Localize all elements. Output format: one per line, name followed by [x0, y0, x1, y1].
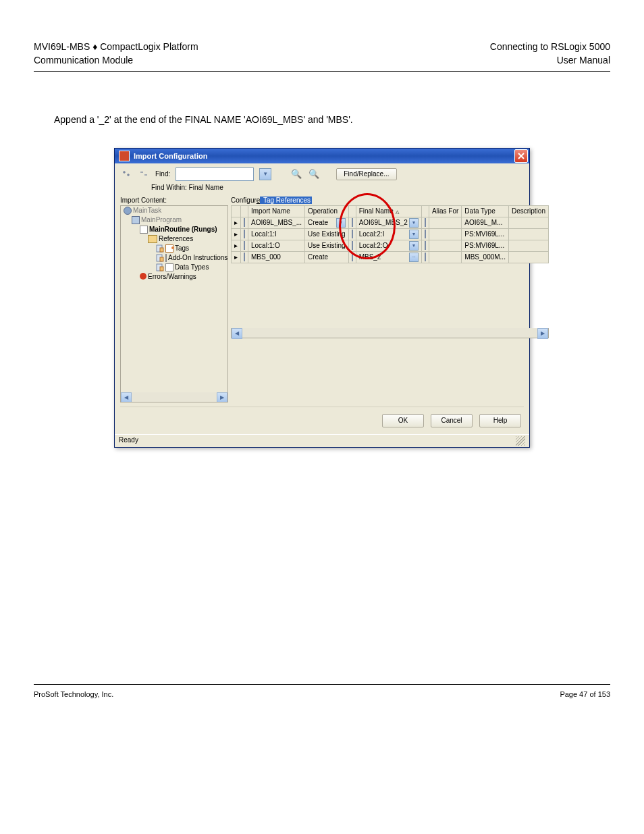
- clipboard-icon: [156, 254, 164, 262]
- cancel-button[interactable]: Cancel: [431, 414, 473, 427]
- tree-addon[interactable]: Add-On Instructions: [155, 253, 227, 263]
- datatype-icon: [165, 263, 173, 271]
- header-right-line2: User Manual: [490, 54, 610, 68]
- svg-rect-5: [160, 267, 163, 271]
- status-text: Ready: [119, 436, 138, 446]
- import-content-label: Import Content:: [120, 197, 228, 204]
- close-button[interactable]: [514, 149, 528, 163]
- row-icon: [352, 230, 353, 238]
- program-icon: [132, 216, 140, 224]
- col-description[interactable]: Description: [508, 205, 548, 217]
- help-button[interactable]: Help: [479, 414, 521, 427]
- header-left-line1: MVI69L-MBS ♦ CompactLogix Platform: [34, 41, 198, 54]
- row-icon: [352, 218, 353, 227]
- col-data-type[interactable]: Data Type: [462, 205, 509, 217]
- row-icon: [425, 218, 426, 227]
- find-next-icon[interactable]: 🔍: [290, 168, 302, 180]
- grid-row[interactable]: ▸ Local:1:I Use Existing Local:2:I▼ PS:M…: [232, 228, 549, 240]
- addon-icon: [165, 254, 167, 262]
- row-icon: [425, 241, 426, 250]
- instruction-text: Append a '_2' at the end of the FINAL NA…: [54, 112, 590, 127]
- tree-mainroutine[interactable]: MainRoutine (Rungs): [138, 225, 227, 234]
- tree-maintask[interactable]: MainTask: [122, 206, 227, 215]
- dropdown-arrow-icon[interactable]: ▼: [336, 218, 346, 228]
- expand-all-icon[interactable]: [120, 168, 132, 180]
- import-configuration-dialog: Import Configuration Find: ▼ 🔍 🔍: [114, 148, 530, 448]
- dialog-titlebar[interactable]: Import Configuration: [115, 149, 529, 163]
- find-input[interactable]: [176, 167, 254, 181]
- resize-grip-icon[interactable]: [516, 436, 525, 446]
- dropdown-arrow-icon[interactable]: ▼: [409, 230, 419, 239]
- final-name-cell[interactable]: Local:2:I: [359, 230, 385, 238]
- tree-references[interactable]: References: [146, 234, 227, 244]
- grid-row[interactable]: ▸ AOI69L_MBS_... Create▼ AOI69L_MBS_2▼ A…: [232, 217, 549, 228]
- import-content-tree[interactable]: MainTask MainProgram MainRoutine (Rungs)…: [120, 205, 228, 402]
- tree-datatypes[interactable]: Data Types: [155, 263, 227, 272]
- clipboard-icon: [156, 244, 164, 253]
- tree-scroll-right[interactable]: ▶: [217, 392, 227, 402]
- col-operation[interactable]: Operation: [305, 205, 349, 217]
- row-icon: [352, 241, 353, 250]
- dropdown-arrow-icon[interactable]: ▼: [409, 218, 419, 228]
- clipboard-icon: [156, 263, 164, 271]
- dialog-statusbar: Ready: [115, 434, 529, 447]
- final-name-cell[interactable]: MBS_2: [359, 253, 381, 261]
- tree-mainprogram[interactable]: MainProgram: [130, 215, 227, 225]
- row-icon: [244, 218, 245, 227]
- row-icon: [352, 253, 353, 261]
- header-left-line2: Communication Module: [34, 54, 198, 68]
- row-icon: [244, 230, 245, 238]
- footer-left: ProSoft Technology, Inc.: [34, 690, 113, 698]
- page-header: MVI69L-MBS ♦ CompactLogix Platform Commu…: [34, 41, 610, 72]
- row-icon: [425, 253, 426, 261]
- close-icon: [518, 153, 525, 159]
- tag-references-grid[interactable]: Import Name Operation Final Name △ Alias…: [231, 205, 549, 263]
- col-final-name[interactable]: Final Name △: [356, 205, 421, 217]
- tree-scroll-left[interactable]: ◀: [121, 392, 132, 402]
- routine-icon: [140, 226, 148, 234]
- svg-rect-1: [160, 248, 163, 252]
- scroll-right[interactable]: ▶: [537, 328, 548, 339]
- tag-icon: [165, 244, 173, 253]
- svg-rect-3: [160, 257, 163, 261]
- find-within-label: Find Within: Final Name: [151, 184, 524, 191]
- find-replace-button[interactable]: Find/Replace...: [336, 168, 396, 180]
- final-name-cell[interactable]: AOI69L_MBS_2: [359, 219, 408, 226]
- task-icon: [124, 207, 132, 215]
- tree-tags[interactable]: Tags: [155, 244, 227, 253]
- row-icon: [244, 241, 245, 250]
- footer-right: Page 47 of 153: [560, 690, 610, 698]
- find-dropdown-arrow[interactable]: ▼: [259, 168, 271, 180]
- header-right-line1: Connecting to RSLogix 5000: [490, 41, 610, 54]
- footer-divider: [34, 684, 610, 685]
- collapse-all-icon[interactable]: [138, 168, 150, 180]
- grid-horizontal-scrollbar[interactable]: ◀ ▶: [231, 328, 549, 338]
- dropdown-arrow-icon[interactable]: ···: [409, 253, 419, 262]
- col-alias-for[interactable]: Alias For: [429, 205, 461, 217]
- dropdown-arrow-icon[interactable]: ▼: [409, 241, 419, 251]
- row-icon: [425, 230, 426, 238]
- folder-icon: [148, 235, 157, 243]
- page-footer: ProSoft Technology, Inc. Page 47 of 153: [34, 690, 610, 712]
- find-prev-icon[interactable]: 🔍: [308, 168, 320, 180]
- grid-row[interactable]: ▸ MBS_000 Create MBS_2··· MBS_000M...: [232, 251, 549, 263]
- grid-row[interactable]: ▸ Local:1:O Use Existing Local:2:O▼ PS:M…: [232, 240, 549, 251]
- configure-tag-references-label: Configure Tag References: [231, 197, 549, 204]
- col-import-name[interactable]: Import Name: [248, 205, 305, 217]
- tree-errors[interactable]: Errors/Warnings: [138, 272, 227, 281]
- error-icon: [140, 273, 146, 280]
- final-name-cell[interactable]: Local:2:O: [359, 242, 388, 249]
- ok-button[interactable]: OK: [382, 414, 424, 427]
- scroll-left[interactable]: ◀: [232, 328, 242, 339]
- dialog-title: Import Configuration: [134, 152, 207, 160]
- app-icon: [119, 151, 130, 161]
- find-label: Find:: [155, 170, 170, 178]
- row-icon: [244, 253, 245, 261]
